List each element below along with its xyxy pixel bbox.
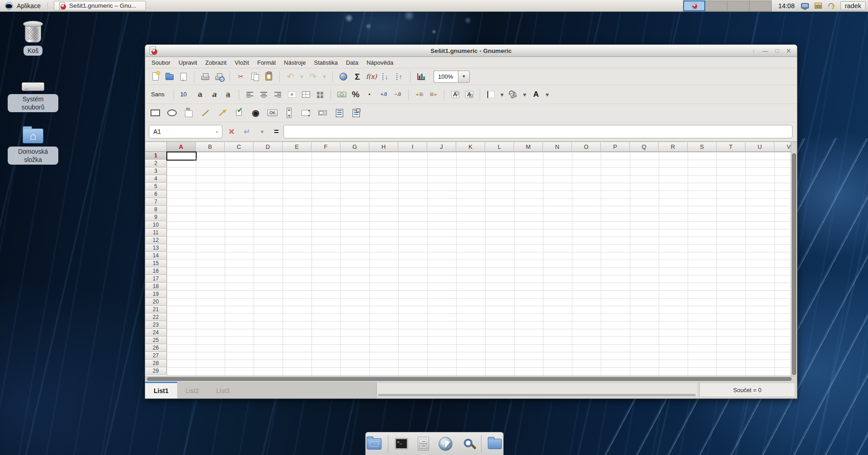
cancel-edit-button[interactable]: ✕	[225, 125, 238, 138]
accept-menu-dropdown[interactable]: ▼	[256, 125, 269, 138]
row-header-2[interactable]: 2	[145, 160, 167, 167]
maximize-button[interactable]: □	[775, 48, 779, 54]
web-browser-launcher[interactable]	[437, 435, 454, 453]
column-header-p[interactable]: P	[601, 142, 630, 152]
merge-cells-button[interactable]	[299, 88, 313, 101]
insert-rectangle-button[interactable]	[148, 107, 162, 119]
italic-button[interactable]: a	[207, 88, 221, 101]
undo-menu-button[interactable]: ▾	[297, 70, 306, 83]
row-header-15[interactable]: 15	[145, 260, 167, 267]
file-manager-launcher[interactable]	[415, 435, 432, 453]
minimize-button[interactable]: —	[762, 48, 768, 54]
zoom-dropdown-button[interactable]: ▼	[458, 71, 470, 83]
column-header-l[interactable]: L	[485, 142, 514, 152]
row-header-6[interactable]: 6	[145, 190, 167, 198]
new-file-button[interactable]	[148, 70, 162, 83]
decrease-decimals-button[interactable]: −.0	[391, 88, 405, 101]
workspace-2[interactable]	[705, 0, 727, 11]
row-header-1[interactable]: 1	[145, 152, 167, 160]
align-left-button[interactable]	[243, 88, 257, 101]
row-header-18[interactable]: 18	[145, 283, 167, 290]
display-settings-button[interactable]	[800, 1, 810, 11]
font-color-menu-button[interactable]: ▾	[543, 88, 552, 101]
insert-line-button[interactable]	[198, 107, 212, 119]
superscript-button[interactable]: A	[448, 88, 462, 101]
redo-button[interactable]: ↷	[306, 70, 320, 83]
tab-area-scrollbar[interactable]	[378, 394, 696, 396]
subscript-button[interactable]: A	[462, 88, 476, 101]
column-header-d[interactable]: D	[254, 142, 283, 152]
power-manager-button[interactable]	[826, 1, 836, 11]
underline-button[interactable]: a	[221, 88, 235, 101]
workspace-4[interactable]	[750, 0, 772, 11]
column-header-s[interactable]: S	[688, 142, 717, 152]
row-header-4[interactable]: 4	[145, 175, 167, 183]
insert-button-button[interactable]: OK	[265, 107, 279, 119]
sheet-tab-list3[interactable]: List3	[208, 382, 238, 398]
column-header-c[interactable]: C	[225, 142, 254, 152]
sheet-tab-list2[interactable]: List2	[177, 382, 208, 398]
row-header-14[interactable]: 14	[145, 252, 167, 260]
row-header-25[interactable]: 25	[145, 337, 167, 344]
sort-ascending-button[interactable]	[378, 70, 392, 83]
column-header-q[interactable]: Q	[630, 142, 659, 152]
column-header-e[interactable]: E	[283, 142, 311, 152]
split-merged-cells-button[interactable]	[313, 88, 327, 101]
fill-handle[interactable]	[195, 159, 197, 161]
row-header-27[interactable]: 27	[145, 352, 167, 360]
menu-item-napoveda[interactable]: Nápověda	[363, 58, 397, 67]
insert-combobox-button[interactable]	[349, 107, 363, 119]
paste-button[interactable]	[262, 70, 276, 83]
column-header-v[interactable]: V	[774, 142, 791, 152]
insert-spinbutton-button[interactable]	[299, 107, 313, 119]
column-header-t[interactable]: T	[717, 142, 745, 152]
taskbar-window-button[interactable]: Sešit1.gnumeric – Gnu...	[54, 1, 146, 11]
row-header-19[interactable]: 19	[145, 290, 167, 298]
insert-function-button[interactable]: f(x)	[364, 70, 378, 83]
equals-button[interactable]: =	[274, 127, 279, 137]
align-center-button[interactable]	[257, 88, 271, 101]
desktop-icon-system-souboru[interactable]: Systém souborů	[6, 76, 60, 112]
sheet-tab-list1[interactable]: List1	[145, 382, 177, 398]
thousands-separator-button[interactable]: ·	[363, 88, 377, 101]
package-manager-button[interactable]	[813, 1, 823, 11]
row-header-23[interactable]: 23	[145, 321, 167, 329]
workspace-1[interactable]	[683, 0, 705, 11]
formula-input[interactable]	[283, 125, 793, 138]
column-header-a[interactable]: A	[167, 142, 196, 152]
column-header-g[interactable]: G	[340, 142, 369, 152]
format-as-money-button[interactable]	[335, 88, 349, 101]
menu-item-zobrazit[interactable]: Zobrazit	[201, 58, 231, 67]
window-titlebar[interactable]: Sešit1.gnumeric - Gnumeric ↑—□✕	[145, 45, 797, 57]
insert-checkbox-button[interactable]	[232, 107, 246, 119]
sum-button[interactable]: Σ	[350, 70, 364, 83]
copy-button[interactable]	[248, 70, 262, 83]
zoom-combobox[interactable]: 100% ▼	[434, 71, 470, 83]
panel-clock[interactable]: 14:08	[778, 2, 794, 9]
column-header-j[interactable]: J	[427, 142, 456, 152]
font-size-selector[interactable]: 10	[178, 91, 193, 98]
cut-button[interactable]: ✂	[234, 70, 248, 83]
menu-item-format[interactable]: Formát	[253, 58, 280, 67]
directory-menu-launcher[interactable]	[366, 435, 383, 453]
undo-button[interactable]: ↶	[283, 70, 297, 83]
user-session-button[interactable]: radek	[840, 1, 866, 10]
align-right-button[interactable]	[271, 88, 285, 101]
row-header-21[interactable]: 21	[145, 306, 167, 313]
row-header-8[interactable]: 8	[145, 206, 167, 213]
column-header-u[interactable]: U	[745, 142, 774, 152]
row-header-5[interactable]: 5	[145, 183, 167, 190]
row-header-20[interactable]: 20	[145, 298, 167, 306]
insert-slider-button[interactable]	[316, 107, 330, 119]
decrease-indent-button[interactable]	[412, 88, 426, 101]
sort-descending-button[interactable]	[392, 70, 406, 83]
horizontal-scrollbar-thumb[interactable]	[147, 377, 792, 381]
name-box-dropdown-icon[interactable]: ▾	[216, 129, 218, 134]
accept-edit-button[interactable]: ↵	[241, 125, 253, 138]
row-header-28[interactable]: 28	[145, 360, 167, 367]
column-header-f[interactable]: F	[311, 142, 340, 152]
row-header-13[interactable]: 13	[145, 244, 167, 252]
column-header-o[interactable]: O	[572, 142, 601, 152]
selected-cell-outline[interactable]	[166, 152, 197, 161]
insert-radio-button-button[interactable]: ◉	[249, 107, 263, 119]
